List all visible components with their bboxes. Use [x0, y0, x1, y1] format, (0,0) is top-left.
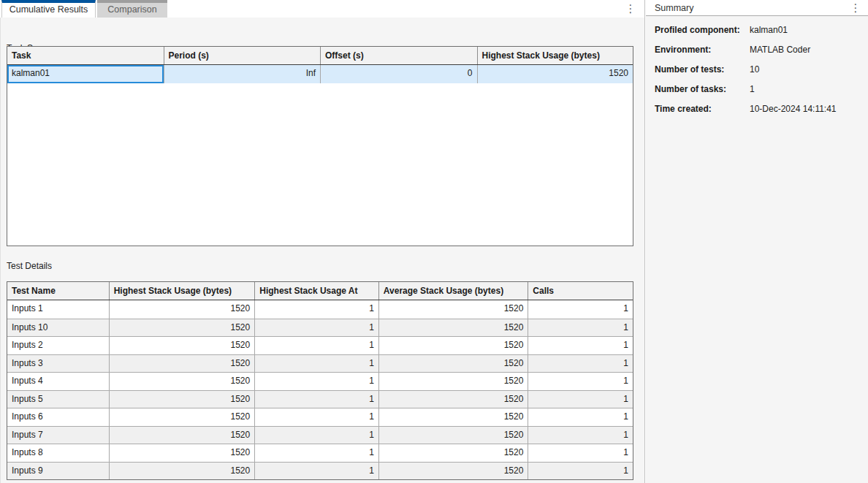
test-cell[interactable]: Inputs 2: [7, 337, 110, 354]
test-cell[interactable]: 1520: [110, 463, 256, 480]
test-cell[interactable]: 1: [255, 337, 379, 354]
test-cell[interactable]: 1520: [110, 355, 256, 373]
test-row[interactable]: Inputs 31520115201: [7, 354, 633, 373]
test-cell[interactable]: 1520: [379, 300, 529, 319]
summary-field-value: 10-Dec-2024 14:11:41: [750, 104, 837, 114]
test-row[interactable]: Inputs 81520115201: [7, 444, 633, 462]
test-cell[interactable]: 1: [528, 408, 633, 426]
kebab-menu-icon[interactable]: ⋮: [624, 2, 637, 15]
test-cell[interactable]: Inputs 7: [7, 427, 110, 444]
test-cell[interactable]: 1520: [110, 427, 256, 444]
task-row[interactable]: kalman01Inf01520: [7, 65, 633, 83]
test-cell[interactable]: 1520: [379, 463, 529, 480]
test-row[interactable]: Inputs 61520115201: [7, 408, 633, 426]
summary-panel: Summary ⋮ Profiled component:kalman01Env…: [646, 0, 868, 483]
summary-field-row: Profiled component:kalman01: [655, 25, 868, 45]
test-details-column-header[interactable]: Highest Stack Usage (bytes): [110, 282, 256, 300]
summary-field-label: Time created:: [655, 104, 750, 114]
test-cell[interactable]: Inputs 10: [7, 319, 110, 337]
summary-field-value: 1: [750, 84, 755, 94]
test-cell[interactable]: 1520: [379, 391, 529, 408]
test-details-column-header[interactable]: Test Name: [7, 282, 110, 300]
task-cell[interactable]: 1520: [478, 65, 633, 83]
test-cell[interactable]: 1: [528, 463, 633, 480]
test-cell[interactable]: 1520: [379, 444, 529, 462]
test-cell[interactable]: 1520: [110, 319, 256, 337]
test-details-column-header[interactable]: Highest Stack Usage At: [255, 282, 379, 300]
task-summary-column-header[interactable]: Task: [7, 47, 164, 64]
task-summary-column-header[interactable]: Highest Stack Usage (bytes): [478, 47, 633, 64]
test-cell[interactable]: 1: [528, 300, 633, 319]
task-summary-column-header[interactable]: Offset (s): [321, 47, 478, 64]
task-summary-header-row: TaskPeriod (s)Offset (s)Highest Stack Us…: [7, 47, 633, 65]
test-cell[interactable]: 1: [255, 300, 379, 319]
test-details-column-header[interactable]: Average Stack Usage (bytes): [379, 282, 529, 300]
test-cell[interactable]: 1: [528, 427, 633, 444]
test-cell[interactable]: Inputs 6: [7, 408, 110, 426]
test-details-table: Test NameHighest Stack Usage (bytes)High…: [7, 281, 633, 480]
summary-field-row: Environment:MATLAB Coder: [655, 45, 868, 64]
test-cell[interactable]: 1: [255, 408, 379, 426]
test-cell[interactable]: 1: [528, 337, 633, 354]
test-details-heading: Test Details: [7, 261, 52, 271]
kebab-menu-icon[interactable]: ⋮: [849, 1, 862, 15]
test-cell[interactable]: Inputs 1: [7, 300, 110, 319]
test-row[interactable]: Inputs 91520115201: [7, 462, 633, 480]
test-row[interactable]: Inputs 51520115201: [7, 390, 633, 408]
test-cell[interactable]: 1: [255, 319, 379, 337]
test-row[interactable]: Inputs 41520115201: [7, 372, 633, 390]
task-cell[interactable]: kalman01: [7, 65, 164, 83]
test-cell[interactable]: 1520: [110, 373, 256, 390]
task-cell[interactable]: 0: [321, 65, 478, 83]
test-cell[interactable]: 1520: [110, 337, 256, 354]
test-cell[interactable]: 1520: [379, 408, 529, 426]
test-cell[interactable]: 1520: [379, 337, 529, 354]
test-row[interactable]: Inputs 101520115201: [7, 319, 633, 337]
test-cell[interactable]: 1: [255, 427, 379, 444]
test-cell[interactable]: 1: [528, 355, 633, 373]
test-cell[interactable]: 1520: [110, 391, 256, 408]
test-cell[interactable]: 1: [528, 391, 633, 408]
summary-titlebar: Summary ⋮: [646, 0, 868, 16]
summary-field-label: Environment:: [655, 45, 750, 55]
task-cell[interactable]: Inf: [164, 65, 321, 83]
summary-field-value: MATLAB Coder: [750, 45, 810, 55]
test-cell[interactable]: 1520: [379, 427, 529, 444]
test-cell[interactable]: 1: [528, 444, 633, 462]
summary-field-label: Profiled component:: [655, 25, 750, 35]
task-summary-table: TaskPeriod (s)Offset (s)Highest Stack Us…: [7, 46, 633, 246]
summary-panel-title: Summary: [655, 3, 693, 13]
test-cell[interactable]: Inputs 8: [7, 444, 110, 462]
summary-field-row: Time created:10-Dec-2024 14:11:41: [655, 104, 868, 123]
test-cell[interactable]: 1520: [379, 319, 529, 337]
test-cell[interactable]: 1520: [379, 355, 529, 373]
test-cell[interactable]: 1: [255, 463, 379, 480]
test-cell[interactable]: Inputs 4: [7, 373, 110, 390]
test-cell[interactable]: 1520: [110, 300, 256, 319]
test-cell[interactable]: 1: [528, 373, 633, 390]
test-cell[interactable]: 1520: [110, 408, 256, 426]
test-cell[interactable]: 1: [255, 355, 379, 373]
test-cell[interactable]: Inputs 3: [7, 355, 110, 373]
results-content: Task Summary TaskPeriod (s)Offset (s)Hig…: [0, 18, 644, 483]
summary-field-row: Number of tests:10: [655, 64, 868, 84]
test-details-header-row: Test NameHighest Stack Usage (bytes)High…: [7, 282, 633, 300]
test-cell[interactable]: 1520: [379, 373, 529, 390]
test-cell[interactable]: 1: [255, 391, 379, 408]
test-row[interactable]: Inputs 21520115201: [7, 336, 633, 354]
test-row[interactable]: Inputs 11520115201: [7, 300, 633, 319]
test-cell[interactable]: 1: [255, 444, 379, 462]
task-summary-column-header[interactable]: Period (s): [164, 47, 321, 64]
test-cell[interactable]: Inputs 9: [7, 463, 110, 480]
test-details-column-header[interactable]: Calls: [528, 282, 633, 300]
summary-field-label: Number of tests:: [655, 64, 750, 75]
profiler-results-window: Cumulative Results Comparison ⋮ Task Sum…: [0, 0, 868, 483]
summary-field-row: Number of tasks:1: [655, 84, 868, 104]
test-cell[interactable]: 1520: [110, 444, 256, 462]
tab-comparison[interactable]: Comparison: [97, 0, 167, 18]
test-cell[interactable]: 1: [528, 319, 633, 337]
test-row[interactable]: Inputs 71520115201: [7, 426, 633, 444]
tab-cumulative-results[interactable]: Cumulative Results: [1, 0, 96, 18]
test-cell[interactable]: Inputs 5: [7, 391, 110, 408]
test-cell[interactable]: 1: [255, 373, 379, 390]
